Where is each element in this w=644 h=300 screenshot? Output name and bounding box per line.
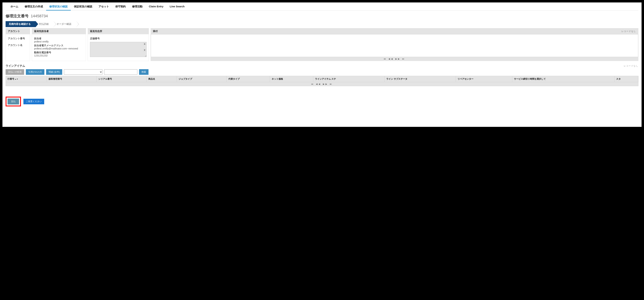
column-header-3[interactable]: 商品名: [146, 76, 177, 82]
column-header-0[interactable]: 行番号▲▼: [6, 76, 47, 82]
search-button[interactable]: 検索: [139, 69, 148, 75]
card-account: アカウント アカウント番号 アカウント名 .: [6, 28, 30, 61]
column-header-2[interactable]: シリアル番号: [96, 76, 146, 82]
column-header-8[interactable]: ライン サブステータ: [384, 76, 456, 82]
page-title-label: 修理注文番号: [6, 14, 29, 19]
nav-tab-2[interactable]: 修理状況の確認: [46, 3, 71, 10]
scroll-up-icon[interactable]: ▲: [143, 42, 146, 45]
store-number-label: 店舗番号: [90, 37, 146, 40]
nav-tab-7[interactable]: Claim Entry: [146, 3, 166, 10]
column-header-1[interactable]: 顧客整理番号: [47, 76, 96, 82]
card-return-contact: 返却先担当者 担当者 prdtest oreilly 担当者電子メールアドレス …: [32, 28, 86, 61]
column-header-11[interactable]: スタ: [614, 76, 638, 82]
card-contact-header: 返却先担当者: [32, 28, 86, 34]
pager-prev-icon[interactable]: ◀◀: [316, 83, 321, 85]
page-title: 修理注文番号 14458734: [6, 14, 638, 19]
pager-prev-icon[interactable]: ◀◀: [388, 58, 394, 60]
contact-person-value: prdtest oreilly: [34, 40, 84, 43]
card-attachments: 添付 レコードなし ⏮ ◀◀ ▶▶ ⏭: [150, 28, 638, 61]
filter-input[interactable]: [104, 69, 137, 74]
contact-email-value: prdtest.oreilly@mailinator.com--removed: [34, 47, 84, 50]
nav-tab-4[interactable]: アセット: [96, 3, 112, 10]
pay-button[interactable]: 支払: [8, 98, 19, 104]
line-items-no-records: レコードなし: [624, 64, 638, 68]
nav-tab-3[interactable]: 保証状況の確認: [71, 3, 96, 10]
line-items-pager: ⏮ ◀◀ ▶▶ ⏭: [6, 82, 638, 86]
card-address-header: 返送先住所: [88, 28, 149, 34]
sort-arrows-icon[interactable]: ▲▼: [15, 78, 18, 80]
nav-tab-8[interactable]: Line Search: [166, 3, 188, 10]
attachment-pager: ⏮ ◀◀ ▶▶ ⏭: [151, 57, 638, 61]
line-items-title: ラインアイテム: [6, 64, 25, 68]
page-title-number: 14458734: [31, 14, 48, 18]
please-note-button[interactable]: ご留意ください: [24, 99, 44, 104]
wizard-steps: 見積内容を確認する支払詳細オーダー確認: [6, 21, 638, 27]
scroll-down-icon[interactable]: ▼: [143, 49, 146, 52]
pager-next-icon[interactable]: ▶▶: [323, 83, 328, 85]
reject-payment-button[interactable]: 支払いの拒否: [6, 69, 24, 75]
attachment-list: [151, 34, 638, 57]
nav-tab-0[interactable]: ホーム: [7, 3, 22, 10]
wizard-step-2[interactable]: オーダー確認: [54, 21, 76, 27]
contact-phone-label: 勤務先電話番号: [34, 51, 84, 54]
contact-email-label: 担当者電子メールアドレス: [34, 44, 84, 47]
nav-tab-1[interactable]: 修理注文の作成: [22, 3, 46, 10]
column-header-6[interactable]: ネット価格: [270, 76, 313, 82]
card-return-address: 返送先住所 店舗番号 ▲ ▼: [88, 28, 149, 61]
contact-phone-value: 1231231232: [34, 54, 84, 57]
pager-first-icon[interactable]: ⏮: [311, 83, 314, 85]
card-account-header: アカウント: [6, 28, 30, 34]
line-items-table: 行番号▲▼顧客整理番号シリアル番号商品名ジョブタイプ代替タイプネット価格ラインア…: [6, 76, 638, 82]
column-header-10[interactable]: サービス締切り時間を選択して: [512, 76, 614, 82]
main-nav: ホーム修理注文の作成修理状況の確認保証状況の確認アセット保守契約修理活動Clai…: [6, 3, 638, 11]
filter-select[interactable]: [64, 69, 102, 74]
card-attach-header: 添付: [153, 30, 158, 33]
nav-tab-5[interactable]: 保守契約: [112, 3, 129, 10]
pager-first-icon[interactable]: ⏮: [384, 58, 387, 60]
attach-no-records: レコードなし: [622, 30, 636, 33]
pay-button-highlight: 支払: [6, 96, 21, 106]
account-number-label: アカウント番号: [8, 37, 28, 40]
nav-tab-6[interactable]: 修理活動: [129, 3, 146, 10]
column-header-5[interactable]: 代替タイプ: [226, 76, 270, 82]
contact-person-label: 担当者: [34, 37, 84, 40]
column-header-7[interactable]: ラインアイテム ステ: [313, 76, 384, 82]
column-header-9[interactable]: リペアセンター: [456, 76, 512, 82]
pager-next-icon[interactable]: ▶▶: [396, 58, 400, 60]
address-textarea[interactable]: ▲ ▼: [90, 42, 146, 57]
pager-last-icon[interactable]: ⏭: [402, 58, 405, 60]
detail-all-button[interactable]: 明細 (全件): [46, 69, 62, 75]
line-items-table-wrap: 行番号▲▼顧客整理番号シリアル番号商品名ジョブタイプ代替タイプネット価格ラインア…: [6, 76, 638, 86]
quoted-lines-button[interactable]: 引用された行: [26, 69, 44, 75]
pager-last-icon[interactable]: ⏭: [330, 83, 333, 85]
wizard-step-0[interactable]: 見積内容を確認する: [6, 21, 36, 27]
account-name-label: アカウント名: [8, 44, 28, 47]
column-header-4[interactable]: ジョブタイプ: [177, 76, 226, 82]
